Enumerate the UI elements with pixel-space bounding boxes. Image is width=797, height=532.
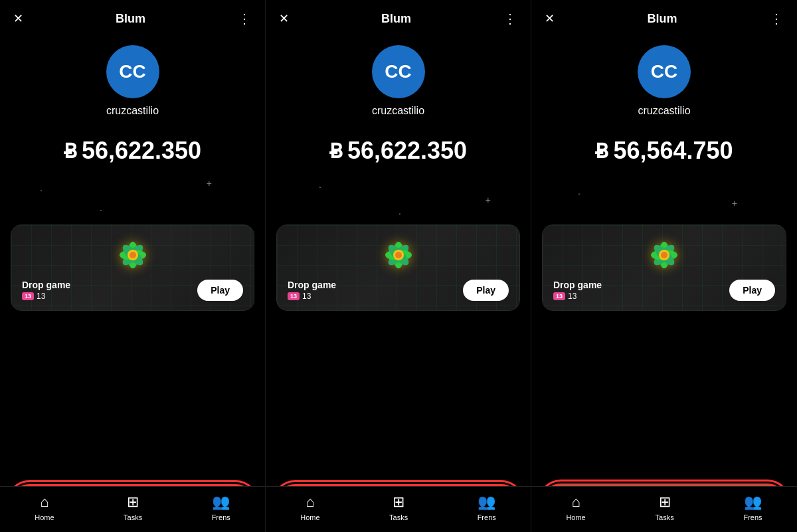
drop-game-label-2: Drop game [288,280,336,290]
nav-frens-1[interactable]: 👥 Frens [212,493,230,521]
home-icon-1: ⌂ [40,493,48,511]
drop-game-badge-1: 13 [22,292,34,300]
tasks-icon-2: ⊞ [393,493,404,511]
nav-home-3[interactable]: ⌂ Home [566,493,585,521]
nav-home-2[interactable]: ⌂ Home [300,493,319,521]
close-icon-2[interactable]: ✕ [279,11,289,26]
drop-game-info-1: Drop game 13 13 [22,280,70,301]
home-icon-2: ⌂ [306,493,314,511]
drop-game-sub-2: 13 13 [288,292,336,301]
balance-section-3: Ƀ 56,564.750 [531,124,797,171]
balance-amount-1: 56,622.350 [82,137,201,165]
nav-frens-label-1: Frens [212,513,230,521]
balance-section-2: Ƀ 56,622.350 [266,124,531,171]
username-3: cruzcastilio [638,105,690,117]
menu-icon-3[interactable]: ⋮ [770,11,784,27]
flower-icon-2 [379,235,418,282]
currency-icon-3: Ƀ [595,139,609,163]
drop-game-badge-3: 13 [553,292,565,300]
nav-tasks-3[interactable]: ⊞ Tasks [656,493,674,521]
drop-game-label-1: Drop game [22,280,70,290]
header-3: ✕ Blum ⋮ [531,0,797,32]
menu-icon-1[interactable]: ⋮ [238,11,252,27]
avatar-2: CC [372,45,425,98]
sparkle-dot: · [319,181,321,192]
drop-game-label-3: Drop game [553,280,602,290]
app-title-3: Blum [648,12,677,26]
nav-home-label-2: Home [300,513,319,521]
app-title-1: Blum [116,12,145,26]
frens-icon-1: 👥 [212,493,230,511]
svg-point-5 [130,252,136,258]
tasks-icon-3: ⊞ [659,493,671,511]
avatar-section-3: CC cruzcastilio [531,32,797,124]
drop-game-count-3: 13 [568,292,576,301]
drop-game-info-2: Drop game 13 13 [288,280,336,301]
flower-icon-1 [113,235,153,282]
bottom-nav-1: ⌂ Home ⊞ Tasks 👥 Frens [0,486,265,532]
sparkle-area-2: · + · [266,171,531,224]
close-icon-1[interactable]: ✕ [13,11,23,26]
panel-3: ✕ Blum ⋮ CC cruzcastilio Ƀ 56,564.750 · … [531,0,797,532]
sparkle-dot: · [578,188,580,199]
currency-icon-1: Ƀ [64,139,78,163]
avatar-section-1: CC cruzcastilio [0,32,265,124]
play-button-1[interactable]: Play [197,280,243,301]
nav-frens-label-2: Frens [478,513,496,521]
drop-game-card-2: Drop game 13 13 Play [276,224,520,311]
flower-icon-3 [644,235,684,282]
drop-game-count-1: 13 [37,292,45,301]
nav-tasks-label-1: Tasks [124,513,142,521]
sparkle-dot: · [398,208,401,219]
balance-section-1: Ƀ 56,622.350 [0,124,265,171]
username-1: cruzcastilio [106,105,159,117]
drop-game-sub-1: 13 13 [22,292,70,301]
nav-tasks-2[interactable]: ⊞ Tasks [389,493,408,521]
drop-game-count-2: 13 [302,292,311,301]
frens-icon-3: 👥 [744,493,762,511]
nav-frens-label-3: Frens [743,513,762,521]
nav-frens-3[interactable]: 👥 Frens [743,493,762,521]
nav-frens-2[interactable]: 👥 Frens [478,493,496,521]
nav-tasks-1[interactable]: ⊞ Tasks [124,493,142,521]
sparkle-area-3: · + [531,171,797,224]
header-2: ✕ Blum ⋮ [266,0,531,32]
app-title-2: Blum [381,12,411,26]
balance-amount-2: 56,622.350 [347,137,467,165]
nav-tasks-label-3: Tasks [656,513,674,521]
sparkle-dot: · [40,185,43,195]
username-2: cruzcastilio [372,105,424,117]
sparkle-dot: + [732,198,737,209]
balance-amount-3: 56,564.750 [613,137,733,165]
nav-home-label-3: Home [566,513,585,521]
bottom-nav-3: ⌂ Home ⊞ Tasks 👥 Frens [531,486,797,532]
sparkle-area-1: · + · [0,171,265,224]
play-button-2[interactable]: Play [463,280,509,301]
play-button-3[interactable]: Play [729,280,775,301]
menu-icon-2[interactable]: ⋮ [503,11,517,27]
drop-game-card-1: Drop game 13 13 Play [11,224,254,311]
sparkle-dot: + [486,195,491,205]
nav-home-label-1: Home [35,513,54,521]
currency-icon-2: Ƀ [329,139,343,163]
drop-game-info-3: Drop game 13 13 [553,280,602,301]
avatar-section-2: CC cruzcastilio [266,32,531,124]
drop-game-badge-2: 13 [288,292,300,300]
drop-game-card-3: Drop game 13 13 Play [542,224,786,311]
tasks-icon-1: ⊞ [127,493,139,511]
header-1: ✕ Blum ⋮ [0,0,265,32]
drop-game-sub-3: 13 13 [553,292,602,301]
bottom-nav-2: ⌂ Home ⊞ Tasks 👥 Frens [266,486,531,532]
nav-home-1[interactable]: ⌂ Home [35,493,54,521]
avatar-3: CC [638,45,691,98]
sparkle-dot: · [100,205,102,215]
home-icon-3: ⌂ [571,493,580,511]
close-icon-3[interactable]: ✕ [545,11,555,26]
panel-1: ✕ Blum ⋮ CC cruzcastilio Ƀ 56,622.350 · … [0,0,266,532]
svg-point-17 [661,252,667,258]
avatar-1: CC [106,45,159,98]
nav-tasks-label-2: Tasks [389,513,408,521]
panel-2: ✕ Blum ⋮ CC cruzcastilio Ƀ 56,622.350 · … [266,0,531,532]
frens-icon-2: 👥 [478,493,495,511]
svg-point-11 [395,252,402,258]
